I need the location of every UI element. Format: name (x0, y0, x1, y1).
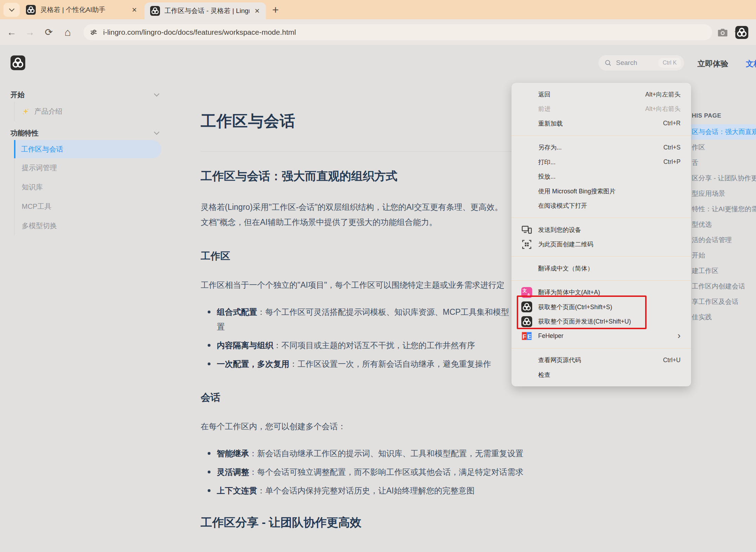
back-icon[interactable]: ← (5, 26, 18, 39)
tab-title: 灵格若 | 个性化AI助手 (40, 5, 127, 14)
new-tab-button[interactable]: + (272, 4, 279, 16)
context-menu-item-back[interactable]: 返回Alt+向左箭头 (511, 87, 691, 102)
chevron-down-icon (154, 129, 160, 135)
lingro-favicon (150, 6, 160, 16)
menu-item-shortcut: Ctrl+S (663, 144, 681, 151)
lingro-favicon (26, 5, 36, 15)
sidebar-item-link[interactable]: MCP工具 (15, 197, 161, 216)
svg-text:E: E (527, 333, 531, 340)
context-menu-item-translate-page[interactable]: 翻译成中文（简体） (511, 261, 691, 276)
sidebar-section-title: 功能特性 (11, 128, 39, 138)
sidebar-item-link[interactable]: 产品介绍 (15, 102, 161, 121)
menu-separator (511, 256, 691, 257)
sidebar-item-link[interactable]: 知识库 (15, 178, 161, 197)
search-icon (604, 59, 612, 67)
menu-item-label: FeHelper (538, 332, 677, 340)
tab-search-button[interactable] (4, 3, 20, 17)
context-menu-item-reading-mode[interactable]: 在阅读模式下打开 (511, 199, 691, 213)
toc-header: HIS PAGE (687, 112, 756, 119)
site-info-icon[interactable] (89, 28, 98, 37)
sidebar-item-label: 提示词管理 (22, 163, 57, 173)
menu-item-shortcut: Ctrl+U (663, 357, 681, 364)
tab-close-icon[interactable]: × (131, 6, 138, 14)
sidebar: 开始产品介绍功能特性工作区与会话提示词管理知识库MCP工具多模型切换 (11, 88, 161, 240)
menu-item-shortcut: Ctrl+P (663, 158, 681, 166)
sidebar-section-header[interactable]: 开始 (11, 88, 161, 102)
context-menu-item-forward[interactable]: 前进Alt+向右箭头 (511, 102, 691, 117)
context-menu-item-create-qr-code[interactable]: 为此页面创建二维码 (511, 237, 691, 252)
menu-item-label: 返回 (538, 90, 645, 99)
address-bar[interactable]: i-lingro.com/lingro-doc/docs/features/wo… (83, 24, 712, 40)
home-icon[interactable]: ⌂ (61, 26, 74, 39)
reload-icon[interactable]: ⟳ (42, 26, 55, 39)
submenu-arrow-icon: › (677, 331, 681, 340)
context-menu-item-save-as[interactable]: 另存为...Ctrl+S (511, 140, 691, 155)
url-text: i-lingro.com/lingro-doc/docs/features/wo… (103, 28, 296, 36)
context-menu-item-cast[interactable]: 投放... (511, 169, 691, 184)
svg-text:F: F (522, 333, 526, 340)
lingro-extension-icon[interactable] (735, 26, 748, 39)
tab-close-icon[interactable]: × (254, 7, 260, 15)
search-input[interactable]: Search Ctrl K (598, 55, 684, 71)
toc-item[interactable]: 建工作区 (687, 263, 756, 279)
camera-icon[interactable] (717, 27, 728, 38)
sidebar-item-link[interactable]: 提示词管理 (15, 158, 161, 178)
sidebar-item-current[interactable]: 工作区与会话 (14, 140, 161, 158)
send-to-device-icon (521, 224, 532, 235)
fehelper-icon: FE (521, 331, 532, 341)
toc-item[interactable]: 型优选 (687, 217, 756, 232)
browser-window: 灵格若 | 个性化AI助手×工作区与会话 - 灵格若 | Lingro× + ←… (0, 0, 756, 552)
menu-item-label: 投放... (538, 172, 681, 181)
context-menu-item-bing-image-search[interactable]: 使用 Microsoft Bing搜索图片 (511, 184, 691, 199)
menu-item-label: 前进 (538, 105, 645, 113)
browser-tab-2[interactable]: 工作区与会话 - 灵格若 | Lingro× (145, 2, 266, 19)
menu-item-label: 重新加载 (538, 119, 663, 128)
nav-link-docs[interactable]: 文档 (746, 59, 756, 69)
toc-item[interactable]: 区分享 - 让团队协作更高 (687, 171, 756, 186)
sidebar-item-label: 产品介绍 (34, 107, 62, 116)
sparkle-icon (22, 108, 29, 115)
sidebar-item-label: MCP工具 (22, 202, 51, 211)
menu-item-label: 使用 Microsoft Bing搜索图片 (538, 187, 681, 195)
sidebar-item-label: 工作区与会话 (21, 145, 63, 154)
menu-item-label: 在阅读模式下打开 (538, 201, 681, 210)
menu-separator (511, 218, 691, 218)
context-menu-item-fehelper[interactable]: FEFeHelper› (511, 329, 691, 344)
sidebar-section-title: 开始 (11, 90, 25, 100)
toc-item[interactable]: 开始 (687, 248, 756, 263)
toc-item[interactable]: 特性：让AI更懂您的需求 (687, 201, 756, 217)
menu-separator (511, 135, 691, 136)
sidebar-section-header[interactable]: 功能特性 (11, 126, 161, 140)
highlight-red-box (517, 295, 647, 329)
context-menu-item-send-to-device[interactable]: 发送到您的设备 (511, 222, 691, 237)
forward-icon[interactable]: → (23, 26, 36, 39)
toc-item[interactable]: 作区 (687, 140, 756, 155)
browser-tab-1[interactable]: 灵格若 | 个性化AI助手× (20, 0, 143, 19)
toc-item[interactable]: 活的会话管理 (687, 232, 756, 248)
on-this-page-toc: HIS PAGE 区与会话：强大而直观的作区舌区分享 - 让团队协作更高型应用场… (687, 112, 756, 325)
menu-item-shortcut: Alt+向左箭头 (645, 90, 681, 99)
toc-item-active[interactable]: 区与会话：强大而直观的 (687, 124, 756, 140)
toc-item[interactable]: 佳实践 (687, 310, 756, 325)
context-menu-item-reload[interactable]: 重新加载Ctrl+R (511, 116, 691, 131)
toc-item[interactable]: 舌 (687, 155, 756, 171)
toc-item[interactable]: 型应用场景 (687, 186, 756, 201)
toc-item[interactable]: 工作区内创建会话 (687, 279, 756, 294)
session-bullet-list: 智能继承：新会话自动继承工作区的提示词、知识库、工具和模型配置，无需重复设置灵活… (201, 446, 690, 498)
context-menu-item-view-source[interactable]: 查看网页源代码Ctrl+U (511, 353, 691, 368)
sidebar-item-label: 知识库 (22, 182, 43, 192)
bullet-item: 灵活调整：每个会话可独立调整配置，而不影响工作区或其他会话，满足特定对话需求 (217, 465, 690, 479)
menu-item-label: 发送到您的设备 (538, 226, 681, 234)
try-now-button[interactable]: 立即体验 (697, 59, 728, 69)
bullet-item: 上下文连贯：单个会话内保持完整对话历史，让AI始终理解您的完整意图 (217, 483, 690, 498)
menu-item-shortcut: Alt+向右箭头 (645, 105, 681, 113)
qr-code-icon (521, 239, 532, 250)
menu-item-label: 翻译成中文（简体） (538, 264, 681, 273)
sidebar-item-link[interactable]: 多模型切换 (15, 216, 161, 235)
menu-item-label: 检查 (538, 371, 681, 379)
context-menu-item-inspect[interactable]: 检查 (511, 367, 691, 382)
context-menu-item-print[interactable]: 打印...Ctrl+P (511, 155, 691, 169)
site-logo[interactable] (11, 55, 25, 70)
menu-separator (511, 348, 691, 348)
toc-item[interactable]: 享工作区及会话 (687, 294, 756, 310)
